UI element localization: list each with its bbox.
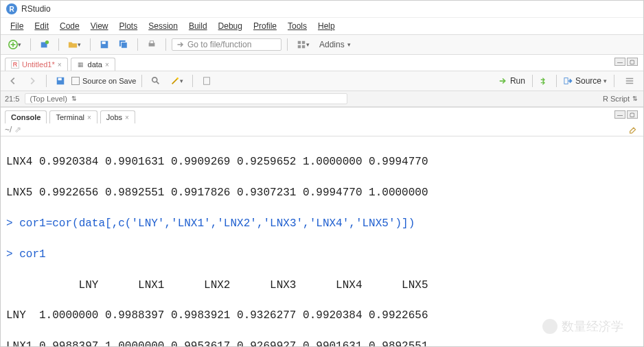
svg-rect-10 [302, 41, 305, 44]
maximize-pane-icon[interactable]: ▢ [627, 110, 638, 119]
tab-jobs[interactable]: Jobs × [100, 110, 135, 123]
arrow-right-icon [176, 40, 185, 49]
arrow-left-icon [8, 76, 18, 86]
svg-rect-17 [204, 77, 210, 85]
svg-rect-4 [102, 42, 106, 45]
clear-console-icon[interactable] [628, 124, 638, 136]
console-output[interactable]: LNX4 0.9920384 0.9901631 0.9909269 0.925… [1, 136, 643, 347]
console-path-bar: ~/ ⇗ [1, 123, 643, 136]
magic-button[interactable]: ▾ [167, 74, 187, 88]
close-icon[interactable]: × [87, 114, 91, 121]
file-type-selector[interactable]: R Script ⇅ [603, 95, 638, 103]
source-on-save-checkbox[interactable] [71, 77, 80, 85]
rerun-icon [540, 76, 549, 86]
new-project-button[interactable] [36, 38, 53, 51]
tab-data[interactable]: ▦ data × [71, 58, 115, 71]
save-file-button[interactable] [52, 74, 69, 88]
minimize-pane-icon[interactable]: — [614, 110, 625, 119]
console-line: LNX5 0.9922656 0.9892551 0.9917826 0.930… [6, 185, 638, 200]
svg-rect-12 [302, 45, 305, 48]
separator [46, 75, 47, 87]
menu-tools[interactable]: Tools [282, 19, 312, 33]
open-file-button[interactable]: ▾ [65, 38, 84, 51]
tab-untitled1[interactable]: R Untitled1* × [5, 58, 68, 71]
r-file-icon: R [11, 60, 19, 69]
forward-button[interactable] [24, 74, 41, 88]
console-line: LNY 1.0000000 0.9988397 0.9983921 0.9326… [6, 308, 638, 323]
save-button[interactable] [96, 38, 113, 51]
rerun-button[interactable] [540, 76, 549, 86]
window-title: RStudio [21, 4, 51, 14]
separator [165, 38, 166, 51]
outline-icon [625, 76, 634, 86]
menu-view[interactable]: View [85, 19, 114, 33]
new-file-button[interactable]: ▾ [5, 38, 25, 51]
close-icon[interactable]: × [125, 114, 129, 121]
source-label: Source [575, 76, 601, 86]
grid-button[interactable]: ▾ [293, 38, 313, 51]
close-icon[interactable]: × [58, 61, 62, 69]
save-icon [56, 76, 65, 86]
separator [614, 75, 614, 87]
svg-rect-9 [298, 41, 301, 44]
go-to-file-input[interactable]: Go to file/function [172, 38, 281, 51]
tab-terminal[interactable]: Terminal × [49, 110, 97, 123]
title-bar: R RStudio [1, 1, 643, 18]
compile-button[interactable] [198, 74, 215, 88]
separator [30, 38, 31, 51]
separator [192, 75, 193, 87]
minimize-pane-icon[interactable]: — [614, 58, 625, 66]
menu-plots[interactable]: Plots [114, 19, 143, 33]
scope-selector[interactable]: (Top Level) ⇅ [25, 93, 347, 104]
console-tabs: Console Terminal × Jobs × — ▢ [1, 107, 643, 123]
menu-debug[interactable]: Debug [213, 19, 248, 33]
svg-rect-18 [564, 78, 568, 84]
addins-label: Addins [319, 40, 345, 49]
save-all-button[interactable] [115, 38, 132, 51]
run-button[interactable]: Run [498, 76, 525, 86]
svg-point-16 [176, 77, 179, 80]
separator [287, 38, 288, 51]
main-toolbar: ▾ ▾ Go to file/function ▾ Addins ▾ [1, 35, 643, 55]
console-line: LNY LNX1 LNX2 LNX3 LNX4 LNX5 [6, 278, 638, 293]
source-on-save-label: Source on Save [82, 77, 136, 85]
grid-icon [297, 40, 306, 49]
maximize-pane-icon[interactable]: ▢ [627, 58, 638, 66]
menu-edit[interactable]: Edit [29, 19, 54, 33]
scope-label: (Top Level) [30, 95, 67, 103]
print-button[interactable] [143, 38, 160, 51]
source-button[interactable]: Source ▾ [564, 76, 607, 86]
svg-point-15 [152, 77, 157, 82]
menu-bar: File Edit Code View Plots Session Build … [1, 18, 643, 35]
menu-file[interactable]: File [5, 19, 29, 33]
tab-console[interactable]: Console [5, 110, 47, 123]
run-label: Run [510, 76, 525, 86]
separator [58, 38, 59, 51]
menu-profile[interactable]: Profile [248, 19, 282, 33]
menu-build[interactable]: Build [183, 19, 213, 33]
cursor-position: 21:5 [5, 95, 19, 103]
back-button[interactable] [5, 74, 21, 88]
menu-session[interactable]: Session [143, 19, 183, 33]
tab-label: data [88, 60, 102, 69]
popout-icon[interactable]: ⇗ [14, 125, 21, 134]
svg-rect-6 [122, 43, 128, 49]
table-icon: ▦ [77, 60, 85, 69]
console-path: ~/ [5, 125, 12, 134]
menu-code[interactable]: Code [54, 19, 85, 33]
pane-controls: — ▢ [614, 110, 638, 119]
go-to-placeholder: Go to file/function [187, 40, 251, 49]
find-button[interactable] [148, 74, 164, 88]
separator [90, 38, 91, 51]
separator [532, 75, 533, 87]
magnifier-icon [151, 76, 161, 86]
outline-button[interactable] [621, 74, 638, 88]
close-icon[interactable]: × [105, 61, 109, 69]
svg-rect-14 [58, 78, 62, 81]
rstudio-logo-icon: R [6, 3, 17, 14]
tab-label: Untitled1* [22, 60, 55, 69]
updown-icon: ⇅ [632, 95, 638, 102]
addins-button[interactable]: Addins ▾ [316, 38, 354, 51]
updown-icon: ⇅ [71, 95, 77, 102]
menu-help[interactable]: Help [312, 19, 341, 33]
